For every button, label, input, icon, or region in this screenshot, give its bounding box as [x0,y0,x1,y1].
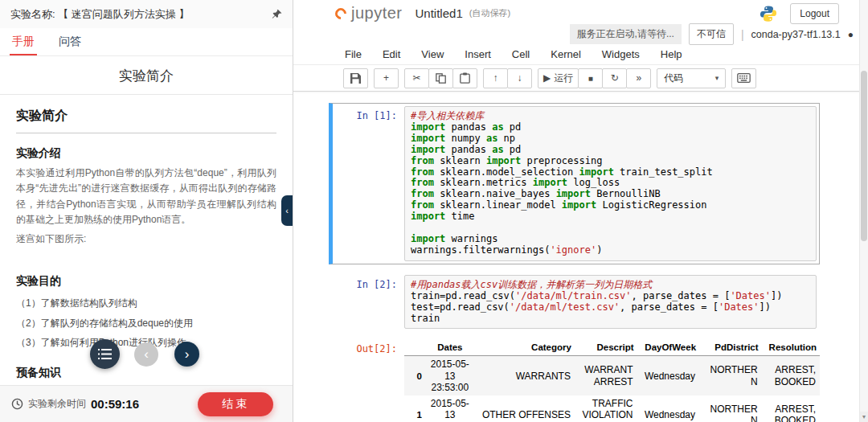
scroll-down-button[interactable]: ▾ [860,412,868,422]
section-prereq-heading: 预备知识 [16,366,276,380]
kernel-status-icon: ● [848,29,854,40]
table-row: 02015-05-13 23:53:00WARRANTSWARRANT ARRE… [404,356,820,395]
end-experiment-button[interactable]: 结束 [198,392,273,416]
divider [16,133,276,133]
menu-kernel[interactable]: Kernel [551,48,581,60]
output-area: Out[2]: DatesCategoryDescriptDayOfWeekPd… [329,339,820,422]
scrollbar-thumb[interactable] [861,71,867,241]
output-content: DatesCategoryDescriptDayOfWeekPdDistrict… [404,339,820,422]
collapse-panel-button[interactable]: ‹ [281,195,293,226]
status-bar: 服务正在启动,请等待... 不可信 | conda-py37-tf1.13.1 … [293,24,868,44]
pin-icon[interactable] [272,9,282,19]
column-header: PdDistrict [699,339,762,356]
code-cell-2[interactable]: In [2]: #用pandas载入csv训练数据，并解析第一列为日期格式tra… [329,272,820,333]
trust-status-button[interactable]: 不可信 [689,23,734,45]
code-input[interactable]: #导入相关依赖库import pandas as pdimport numpy … [404,106,817,261]
copy-icon [436,73,446,84]
menu-bar: FileEditViewInsertCellKernelWidgetsHelp [293,44,868,65]
menu-file[interactable]: File [345,48,362,60]
section-about-heading: 实验介绍 [16,146,276,161]
restart-run-all-button[interactable]: » [626,68,651,88]
input-prompt: In [2]: [335,275,404,330]
kernel-name: conda-py37-tf1.13.1 [751,29,841,40]
run-label: 运行 [554,72,573,85]
restart-kernel-button[interactable]: ↻ [602,68,627,88]
app: 实验名称: 【 迷宫问题队列方法实操 】 手册 问答 实验简介 实验简介 实验介… [0,0,868,422]
input-prompt: In [1]: [335,106,404,261]
experiment-panel: 实验名称: 【 迷宫问题队列方法实操 】 手册 问答 实验简介 实验简介 实验介… [0,0,293,422]
stop-kernel-button[interactable]: ■ [578,68,603,88]
time-remaining-label: 实验剩余时间 [28,397,86,411]
dataframe-table: DatesCategoryDescriptDayOfWeekPdDistrict… [404,339,820,422]
menu-help[interactable]: Help [661,48,682,60]
move-cell-up-button[interactable]: ↑ [483,68,508,88]
jupyter-logo-icon [333,6,349,22]
menu-cell[interactable]: Cell [512,48,530,60]
move-cell-down-button[interactable]: ↓ [507,68,532,88]
column-header: DayOfWeek [637,339,700,356]
time-remaining-value: 00:59:16 [91,397,139,411]
column-header: Category [475,339,575,356]
section-intro-heading: 实验简介 [16,108,276,125]
code-pre: #导入相关依赖库import pandas as pdimport numpy … [411,111,810,256]
code-pre: #用pandas载入csv训练数据，并解析第一列为日期格式train=pd.re… [411,280,810,325]
prev-step-button[interactable]: ‹ [134,342,158,367]
paste-icon [460,72,470,84]
menu-edit[interactable]: Edit [383,48,400,60]
menu-widgets[interactable]: Widgets [602,48,640,60]
page-title: 实验简介 [0,56,293,95]
floating-menu-button[interactable] [90,339,120,369]
run-cell-button[interactable]: ▶ 运行 [538,68,579,88]
column-header: Resolution [762,339,820,356]
purpose-item: （1）了解数据结构队列结构 [16,293,276,313]
toolbar: + ✂ ↑ ↓ [293,65,868,92]
dataframe-body: 02015-05-13 23:53:00WARRANTSWARRANT ARRE… [404,356,820,422]
save-button[interactable] [343,68,368,88]
code-input[interactable]: #用pandas载入csv训练数据，并解析第一列为日期格式train=pd.re… [404,275,817,330]
notebook-title[interactable]: Untitled1 [416,6,463,20]
experiment-footer: 实验剩余时间 00:59:16 结束 [0,385,293,422]
experiment-name: 实验名称: 【 迷宫问题队列方法实操 】 [10,7,189,22]
about-text: 本实验通过利用Python自带的队列方法包“deque”，利用队列本身“先进先出… [16,166,276,228]
python-logo-icon [760,5,777,23]
logout-button[interactable]: Logout [790,3,839,24]
divider: | [741,28,744,41]
purpose-item: （2）了解队列的存储结构及deque的使用 [16,313,276,334]
add-cell-button[interactable]: + [374,68,399,88]
save-icon [350,73,361,84]
menu-view[interactable]: View [421,48,444,60]
next-step-button[interactable]: › [174,342,199,367]
scrollbar[interactable]: ▾ [859,0,868,422]
keyboard-icon [737,73,751,83]
jupyter-logo[interactable]: jupyter [335,4,403,23]
list-icon [98,349,112,359]
tab-qa[interactable]: 问答 [59,28,81,55]
output-prompt: Out[2]: [335,339,404,422]
autosave-status: (自动保存) [469,7,510,19]
cut-cell-button[interactable]: ✂ [404,68,429,88]
chevron-down-icon: ▾ [715,74,719,82]
manual-content: 实验简介 实验介绍 本实验通过利用Python自带的队列方法包“deque”，利… [0,95,293,422]
copy-cell-button[interactable] [428,68,453,88]
clock-icon [11,398,23,410]
cell-type-value: 代码 [664,72,683,85]
maze-note: 迷宫如下图所示: [16,231,276,247]
notebook: In [1]: #导入相关依赖库import pandas as pdimpor… [293,92,868,422]
column-header: Dates [425,339,475,356]
jupyter-header: jupyter Untitled1 (自动保存) Logout [293,0,868,24]
menu-insert[interactable]: Insert [465,48,491,60]
column-header: Descript [575,339,637,356]
cell-type-select[interactable]: 代码 ▾ [657,68,726,88]
panel-tabs: 手册 问答 [0,28,293,56]
section-purpose-heading: 实验目的 [16,274,276,289]
jupyter-panel: jupyter Untitled1 (自动保存) Logout 服务正在启动,请… [293,0,868,422]
dataframe-head: DatesCategoryDescriptDayOfWeekPdDistrict… [404,339,820,356]
column-header [404,339,425,356]
table-row: 12015-05-13 23:53:00OTHER OFFENSESTRAFFI… [404,395,820,422]
tab-manual[interactable]: 手册 [12,28,35,55]
experiment-header: 实验名称: 【 迷宫问题队列方法实操 】 [0,0,293,28]
jupyter-logo-text: jupyter [351,4,403,23]
command-palette-button[interactable] [731,68,756,88]
paste-cell-button[interactable] [452,68,477,88]
code-cell-1[interactable]: In [1]: #导入相关依赖库import pandas as pdimpor… [329,103,820,264]
